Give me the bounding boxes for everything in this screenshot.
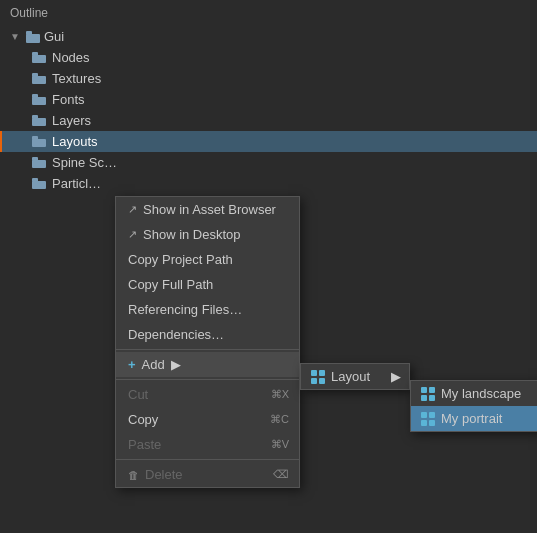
dependencies-label: Dependencies… [128,327,224,342]
submenu-arrow-icon: ▶ [171,357,181,372]
my-portrait-icon [421,412,435,426]
svg-rect-15 [32,178,38,182]
svg-rect-4 [32,76,46,84]
svg-rect-24 [421,412,427,418]
ext-arrow-icon: ↗ [128,203,137,216]
svg-rect-13 [32,157,38,161]
gui-icon [26,31,40,43]
paste-label: Paste [128,437,161,452]
show-asset-browser-label: Show in Asset Browser [143,202,276,217]
outline-panel: Outline ▼ Gui Nodes Textures Fonts [0,0,537,533]
svg-rect-17 [319,370,325,376]
textures-label: Textures [52,71,101,86]
tree-item-layouts[interactable]: Layouts [0,131,537,152]
folder-icon [32,73,46,84]
menu-item-delete[interactable]: 🗑 Delete ⌫ [116,462,299,487]
my-portrait-label: My portrait [441,411,502,426]
tree-item-particles[interactable]: Particl… [0,173,537,194]
menu-item-copy-project-path[interactable]: Copy Project Path [116,247,299,272]
folder-icon [32,115,46,126]
svg-rect-27 [429,420,435,426]
panel-title: Outline [0,0,537,26]
svg-rect-22 [421,395,427,401]
tree-item-fonts[interactable]: Fonts [0,89,537,110]
layers-label: Layers [52,113,91,128]
layout-label: Layout [331,369,370,384]
folder-icon [32,94,46,105]
svg-rect-20 [421,387,427,393]
menu-item-copy[interactable]: Copy ⌘C [116,407,299,432]
add-label: Add [142,357,165,372]
tree-root-row[interactable]: ▼ Gui [0,26,537,47]
svg-rect-23 [429,395,435,401]
svg-rect-18 [311,378,317,384]
submenu-layout: Layout ▶ [300,363,410,390]
ext-arrow-icon2: ↗ [128,228,137,241]
submenu-item-my-portrait[interactable]: My portrait [411,406,537,431]
svg-rect-6 [32,97,46,105]
submenu-item-my-landscape[interactable]: My landscape [411,381,537,406]
menu-separator-3 [116,459,299,460]
folder-icon [32,178,46,189]
my-landscape-icon [421,387,435,401]
layouts-label: Layouts [52,134,98,149]
particles-label: Particl… [52,176,101,191]
svg-rect-9 [32,115,38,119]
svg-rect-10 [32,139,46,147]
delete-shortcut: ⌫ [273,468,289,481]
spine-label: Spine Sc… [52,155,117,170]
svg-rect-19 [319,378,325,384]
svg-rect-3 [32,52,38,56]
cut-label: Cut [128,387,148,402]
tree-arrow-icon: ▼ [10,31,20,42]
fonts-label: Fonts [52,92,85,107]
panel-title-text: Outline [10,6,48,20]
menu-item-dependencies[interactable]: Dependencies… [116,322,299,347]
svg-rect-7 [32,94,38,98]
svg-rect-26 [421,420,427,426]
menu-item-show-asset-browser[interactable]: ↗ Show in Asset Browser [116,197,299,222]
delete-label: Delete [145,467,183,482]
my-landscape-label: My landscape [441,386,521,401]
folder-icon [32,157,46,168]
tree-item-nodes[interactable]: Nodes [0,47,537,68]
menu-item-cut[interactable]: Cut ⌘X [116,382,299,407]
add-plus-icon: + [128,357,136,372]
folder-icon [32,52,46,63]
svg-rect-0 [26,34,40,43]
menu-separator-1 [116,349,299,350]
folder-icon [32,136,46,147]
tree-item-layers[interactable]: Layers [0,110,537,131]
show-desktop-label: Show in Desktop [143,227,241,242]
menu-item-referencing-files[interactable]: Referencing Files… [116,297,299,322]
delete-icon: 🗑 [128,469,139,481]
svg-rect-8 [32,118,46,126]
svg-rect-25 [429,412,435,418]
svg-rect-16 [311,370,317,376]
svg-rect-2 [32,55,46,63]
menu-separator-2 [116,379,299,380]
copy-full-path-label: Copy Full Path [128,277,213,292]
submenu-landscape: My landscape My portrait [410,380,537,432]
copy-shortcut: ⌘C [270,413,289,426]
tree-item-textures[interactable]: Textures [0,68,537,89]
copy-label: Copy [128,412,158,427]
cut-shortcut: ⌘X [271,388,289,401]
tree-root-label: Gui [44,29,64,44]
tree-item-spine[interactable]: Spine Sc… [0,152,537,173]
svg-rect-14 [32,181,46,189]
menu-item-show-desktop[interactable]: ↗ Show in Desktop [116,222,299,247]
menu-item-add[interactable]: + Add ▶ [116,352,299,377]
copy-project-path-label: Copy Project Path [128,252,233,267]
layout-icon [311,370,325,384]
svg-rect-21 [429,387,435,393]
svg-rect-5 [32,73,38,77]
svg-rect-11 [32,136,38,140]
context-menu: ↗ Show in Asset Browser ↗ Show in Deskto… [115,196,300,488]
submenu-item-layout[interactable]: Layout ▶ [301,364,409,389]
referencing-files-label: Referencing Files… [128,302,242,317]
menu-item-paste[interactable]: Paste ⌘V [116,432,299,457]
nodes-label: Nodes [52,50,90,65]
svg-rect-12 [32,160,46,168]
menu-item-copy-full-path[interactable]: Copy Full Path [116,272,299,297]
